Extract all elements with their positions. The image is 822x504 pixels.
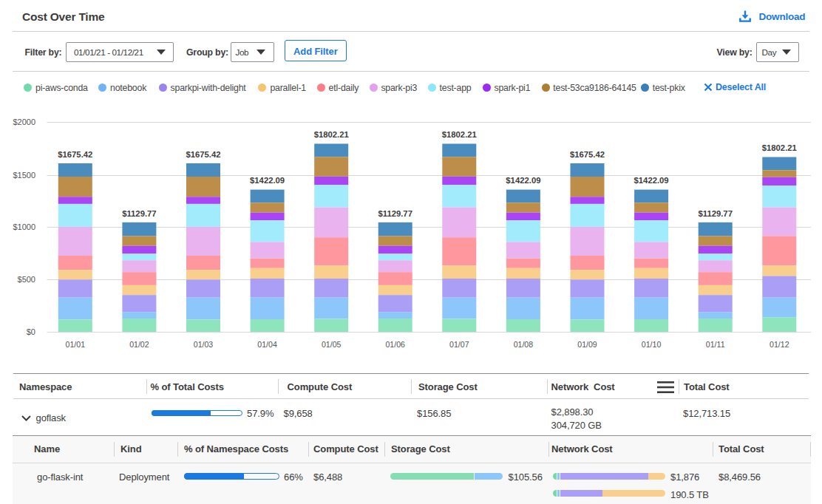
svg-text:$1422.09: $1422.09 bbox=[634, 176, 669, 185]
svg-text:01/04: 01/04 bbox=[257, 340, 277, 349]
svg-text:01/11: 01/11 bbox=[706, 340, 725, 349]
svg-text:$1129.77: $1129.77 bbox=[698, 209, 733, 218]
svg-text:01/08: 01/08 bbox=[514, 340, 534, 349]
svg-text:$1129.77: $1129.77 bbox=[378, 209, 412, 218]
svg-text:$1422.09: $1422.09 bbox=[250, 176, 285, 185]
svg-text:01/05: 01/05 bbox=[322, 340, 342, 349]
svg-text:$0: $0 bbox=[27, 327, 35, 336]
svg-text:01/09: 01/09 bbox=[577, 340, 597, 349]
svg-text:01/10: 01/10 bbox=[642, 340, 662, 349]
svg-text:$1675.42: $1675.42 bbox=[570, 150, 605, 159]
svg-text:$1675.42: $1675.42 bbox=[186, 150, 220, 159]
svg-text:$1675.42: $1675.42 bbox=[58, 150, 92, 159]
svg-text:$500: $500 bbox=[18, 275, 35, 284]
svg-text:01/12: 01/12 bbox=[770, 340, 789, 349]
svg-text:$1802.21: $1802.21 bbox=[314, 130, 349, 139]
svg-text:$2000: $2000 bbox=[13, 118, 35, 126]
svg-text:01/02: 01/02 bbox=[129, 340, 149, 349]
svg-text:$1500: $1500 bbox=[13, 171, 35, 180]
svg-text:$1129.77: $1129.77 bbox=[122, 209, 157, 218]
svg-text:01/07: 01/07 bbox=[449, 340, 469, 349]
svg-text:01/03: 01/03 bbox=[194, 340, 214, 349]
svg-text:$1802.21: $1802.21 bbox=[762, 143, 797, 152]
svg-text:01/06: 01/06 bbox=[385, 340, 405, 349]
svg-text:01/01: 01/01 bbox=[66, 340, 86, 349]
svg-text:$1000: $1000 bbox=[13, 222, 35, 231]
svg-text:$1422.09: $1422.09 bbox=[506, 176, 540, 185]
svg-text:$1802.21: $1802.21 bbox=[442, 130, 477, 139]
